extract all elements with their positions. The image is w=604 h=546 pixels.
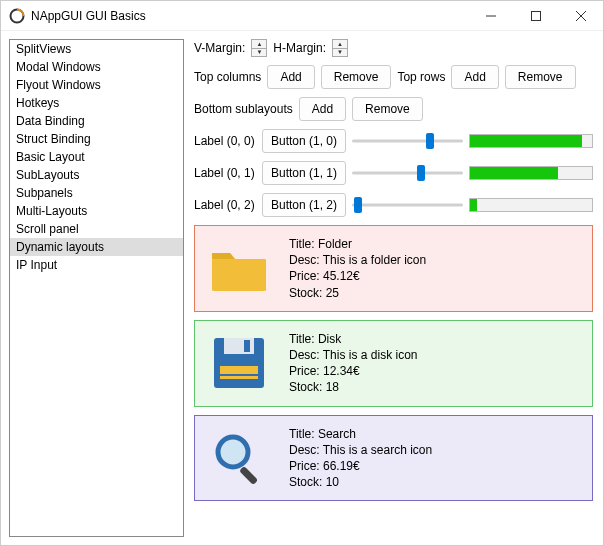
disk-icon [207, 331, 271, 395]
sidebar-item[interactable]: Modal Windows [10, 58, 183, 76]
card-stock: Stock: 10 [289, 474, 432, 490]
card-desc: Desc: This is a search icon [289, 442, 432, 458]
svg-rect-2 [531, 11, 540, 20]
svg-rect-5 [212, 259, 266, 291]
card-title: Title: Disk [289, 331, 418, 347]
top-columns-remove-button[interactable]: Remove [321, 65, 392, 89]
window-close-button[interactable] [558, 1, 603, 31]
sublayout-card: Title: FolderDesc: This is a folder icon… [194, 225, 593, 312]
titlebar: NAppGUI GUI Basics [1, 1, 603, 31]
dynrow-label: Label (0, 1) [194, 166, 256, 180]
window-minimize-button[interactable] [468, 1, 513, 31]
dynrow-button[interactable]: Button (1, 0) [262, 129, 346, 153]
app-icon [9, 8, 25, 24]
card-info: Title: SearchDesc: This is a search icon… [289, 426, 432, 491]
top-rows-remove-button[interactable]: Remove [505, 65, 576, 89]
top-rows-label: Top rows [397, 70, 445, 84]
dynamic-row: Label (0, 2)Button (1, 2) [194, 193, 593, 217]
bottom-sublayouts-add-button[interactable]: Add [299, 97, 346, 121]
dynrow-label: Label (0, 0) [194, 134, 256, 148]
top-columns-add-button[interactable]: Add [267, 65, 314, 89]
svg-point-11 [218, 437, 248, 467]
sidebar-item[interactable]: SubLayouts [10, 166, 183, 184]
svg-rect-12 [239, 466, 258, 485]
dynrow-progress [469, 166, 593, 180]
sidebar-item[interactable]: Basic Layout [10, 148, 183, 166]
top-columns-label: Top columns [194, 70, 261, 84]
sidebar-item[interactable]: Flyout Windows [10, 76, 183, 94]
dynrow-progress [469, 134, 593, 148]
hmargin-label: H-Margin: [273, 41, 326, 55]
dynamic-row: Label (0, 0)Button (1, 0) [194, 129, 593, 153]
card-stock: Stock: 25 [289, 285, 426, 301]
dynrow-slider[interactable] [352, 165, 463, 181]
window-title: NAppGUI GUI Basics [31, 9, 146, 23]
dynrow-button[interactable]: Button (1, 2) [262, 193, 346, 217]
card-stock: Stock: 18 [289, 379, 418, 395]
sidebar-item[interactable]: Subpanels [10, 184, 183, 202]
sidebar-item[interactable]: Multi-Layouts [10, 202, 183, 220]
sidebar-item[interactable]: Scroll panel [10, 220, 183, 238]
card-price: Price: 66.19€ [289, 458, 432, 474]
sidebar-item[interactable]: Data Binding [10, 112, 183, 130]
folder-icon [207, 236, 271, 300]
vmargin-stepper[interactable]: ▲▼ [251, 39, 267, 57]
bottom-sublayouts-label: Bottom sublayouts [194, 102, 293, 116]
sidebar-item[interactable]: Hotkeys [10, 94, 183, 112]
dynrow-label: Label (0, 2) [194, 198, 256, 212]
hmargin-stepper[interactable]: ▲▼ [332, 39, 348, 57]
dynrow-slider[interactable] [352, 197, 463, 213]
search-icon [207, 426, 271, 490]
vmargin-label: V-Margin: [194, 41, 245, 55]
svg-rect-9 [220, 366, 258, 374]
svg-rect-10 [220, 376, 258, 379]
card-title: Title: Search [289, 426, 432, 442]
sidebar-item[interactable]: IP Input [10, 256, 183, 274]
card-title: Title: Folder [289, 236, 426, 252]
bottom-sublayouts-remove-button[interactable]: Remove [352, 97, 423, 121]
card-info: Title: FolderDesc: This is a folder icon… [289, 236, 426, 301]
top-rows-add-button[interactable]: Add [451, 65, 498, 89]
card-price: Price: 45.12€ [289, 268, 426, 284]
window-maximize-button[interactable] [513, 1, 558, 31]
sidebar-item[interactable]: SplitViews [10, 40, 183, 58]
sidebar-item[interactable]: Struct Binding [10, 130, 183, 148]
sublayout-card: Title: SearchDesc: This is a search icon… [194, 415, 593, 502]
card-desc: Desc: This is a folder icon [289, 252, 426, 268]
dynamic-row: Label (0, 1)Button (1, 1) [194, 161, 593, 185]
svg-rect-8 [244, 340, 250, 352]
dynrow-progress [469, 198, 593, 212]
card-price: Price: 12.34€ [289, 363, 418, 379]
card-desc: Desc: This is a disk icon [289, 347, 418, 363]
dynrow-button[interactable]: Button (1, 1) [262, 161, 346, 185]
dynrow-slider[interactable] [352, 133, 463, 149]
sidebar-listbox[interactable]: SplitViewsModal WindowsFlyout WindowsHot… [9, 39, 184, 537]
main-panel: V-Margin: ▲▼ H-Margin: ▲▼ Top columns Ad… [188, 31, 603, 545]
sublayout-card: Title: DiskDesc: This is a disk iconPric… [194, 320, 593, 407]
card-info: Title: DiskDesc: This is a disk iconPric… [289, 331, 418, 396]
sidebar-item[interactable]: Dynamic layouts [10, 238, 183, 256]
